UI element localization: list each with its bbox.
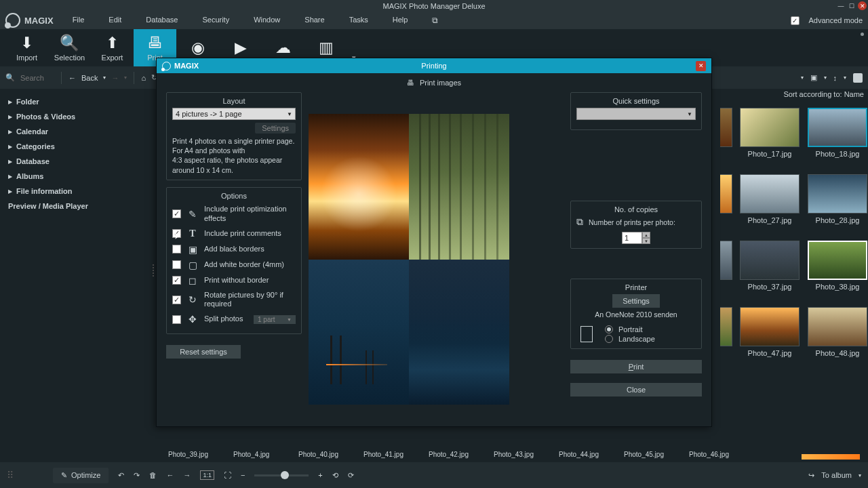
printer-settings-button[interactable]: Settings (612, 294, 660, 308)
thumbnail[interactable] (720, 241, 732, 291)
fullscreen-icon[interactable]: ⛶ (224, 471, 231, 479)
sidebar-item-categories[interactable]: ▶Categories (0, 139, 156, 154)
thumbnail[interactable]: Photo_47.jpg (739, 307, 800, 357)
search-input[interactable] (20, 74, 54, 82)
tool-selection[interactable]: 🔍Selection (48, 29, 91, 66)
reset-settings-button[interactable]: Reset settings (166, 345, 241, 359)
tab-print-images[interactable]: Print images (420, 79, 461, 87)
sidebar-item-calendar[interactable]: ▶Calendar (0, 124, 156, 139)
prev-icon[interactable]: ← (166, 471, 174, 479)
layout-settings-button[interactable]: Settings (255, 123, 296, 134)
sidebar-item-folder[interactable]: ▶Folder (0, 94, 156, 109)
thumbnail[interactable]: Photo_17.jpg (739, 108, 800, 158)
sidebar-item-database[interactable]: ▶Database (0, 154, 156, 169)
layout-dropdown[interactable]: ▾ (824, 75, 827, 81)
copies-input[interactable] (622, 232, 642, 244)
to-album-dropdown[interactable]: ▾ (859, 472, 861, 479)
tool-export[interactable]: ⬆Export (91, 29, 134, 66)
option-label: Add white border (4mm) (204, 260, 284, 270)
tool-import-label: Import (16, 54, 37, 62)
print-btn-rest: rint (633, 363, 644, 371)
forward-arrow-icon[interactable]: → (111, 74, 119, 82)
zoom-out-icon[interactable]: − (241, 471, 245, 479)
fit-icon[interactable]: 1:1 (200, 470, 214, 480)
thumbnail[interactable]: Photo_18.jpg (807, 108, 868, 158)
advanced-mode-checkbox[interactable]: ✓ (791, 16, 800, 25)
back-label[interactable]: Back (81, 74, 98, 82)
to-album-label[interactable]: To album (821, 471, 852, 479)
splitter-handle[interactable] (153, 264, 154, 277)
close-button[interactable]: Close (570, 383, 702, 396)
tool-import[interactable]: ⬇Import (5, 29, 48, 66)
checkbox-comments[interactable]: ✓ (172, 229, 181, 238)
menu-edit[interactable]: Edit (108, 16, 121, 25)
checkbox-opt-effects[interactable]: ✓ (172, 209, 181, 218)
view-dropdown-1[interactable]: ▾ (801, 75, 804, 81)
delete-icon[interactable]: 🗑 (149, 471, 157, 479)
maximize-button[interactable]: ☐ (847, 1, 856, 10)
zoom-in-icon[interactable]: + (318, 471, 322, 479)
redo-icon[interactable]: ↷ (134, 471, 140, 480)
checkbox-white-border[interactable] (172, 260, 181, 269)
spinner-up[interactable]: ▲ (642, 232, 650, 238)
optimize-button[interactable]: ✎Optimize (53, 468, 108, 483)
undo-icon[interactable]: ↶ (118, 471, 124, 480)
copies-spinner[interactable]: ▲▼ (622, 232, 650, 244)
radio-portrait[interactable] (605, 325, 613, 333)
thumbnail[interactable]: Photo_48.jpg (807, 307, 868, 357)
layout-select[interactable]: 4 pictures -> 1 page▼ (172, 108, 296, 120)
sidebar-item-albums[interactable]: ▶Albums (0, 169, 156, 184)
sidebar-item-preview[interactable]: Preview / Media Player (0, 199, 156, 214)
menu-window[interactable]: Window (254, 16, 280, 25)
sort-dropdown[interactable]: ▾ (844, 75, 846, 81)
play-icon: ▶ (235, 39, 247, 57)
thumbnail[interactable] (720, 108, 732, 158)
back-arrow-icon[interactable]: ← (68, 74, 76, 82)
radio-landscape[interactable] (605, 335, 613, 343)
panel-toggle-icon[interactable] (853, 73, 863, 83)
menu-security[interactable]: Security (202, 16, 229, 25)
sidebar-item-file-information[interactable]: ▶File information (0, 184, 156, 199)
thumbnail[interactable] (720, 307, 732, 357)
sort-icon[interactable]: ↕ (833, 74, 837, 82)
next-icon[interactable]: → (183, 471, 191, 479)
dialog-close-button[interactable]: ✕ (696, 61, 706, 71)
menu-file[interactable]: File (73, 16, 85, 25)
thumbnail[interactable]: Photo_27.jpg (739, 174, 800, 224)
layout-icon[interactable]: ▣ (810, 73, 817, 82)
checkbox-split[interactable] (172, 315, 181, 324)
thumbnail[interactable]: Photo_38.jpg (807, 241, 868, 291)
zoom-slider[interactable] (254, 474, 309, 476)
chevron-down-icon: ▼ (287, 317, 292, 322)
thumbnail[interactable] (720, 174, 732, 224)
thumbnail[interactable]: Photo_28.jpg (807, 174, 868, 224)
menu-database[interactable]: Database (146, 16, 178, 25)
layout-description: Print 4 photos on a single printer page.… (172, 136, 296, 175)
spinner-down[interactable]: ▼ (642, 238, 650, 244)
grip-icon[interactable]: ⠿ (7, 470, 14, 481)
rotate-left-icon[interactable]: ⟲ (332, 471, 338, 480)
quick-settings-select[interactable]: ▼ (576, 108, 696, 120)
send-icon[interactable]: ↪ (808, 471, 814, 480)
forward-dropdown[interactable]: ▾ (124, 75, 127, 81)
rotate-right-icon[interactable]: ⟳ (348, 471, 354, 480)
checkbox-no-border[interactable]: ✓ (172, 276, 181, 285)
book-icon: ▥ (319, 39, 334, 57)
menu-share[interactable]: Share (304, 16, 324, 25)
sort-label[interactable]: Sort according to: Name (783, 90, 864, 98)
sidebar-item-photos-videos[interactable]: ▶Photos & Videos (0, 109, 156, 124)
menu-tasks[interactable]: Tasks (349, 16, 368, 25)
close-button[interactable]: ✕ (858, 1, 867, 10)
checkbox-black-border[interactable] (172, 245, 181, 253)
menu-help[interactable]: Help (393, 16, 408, 25)
minimize-button[interactable]: — (836, 1, 846, 10)
menu-extras-icon[interactable]: ⧉ (432, 16, 438, 25)
back-dropdown[interactable]: ▾ (103, 75, 106, 81)
print-button[interactable]: Print (570, 360, 702, 373)
search-icon[interactable]: 🔍 (5, 73, 15, 82)
split-parts-select[interactable]: 1 part▼ (254, 315, 296, 324)
checkbox-rotate[interactable]: ✓ (172, 296, 181, 304)
upload-icon: ⬆ (106, 35, 119, 52)
thumbnail[interactable]: Photo_37.jpg (739, 241, 800, 291)
home-icon[interactable]: ⌂ (141, 74, 146, 82)
